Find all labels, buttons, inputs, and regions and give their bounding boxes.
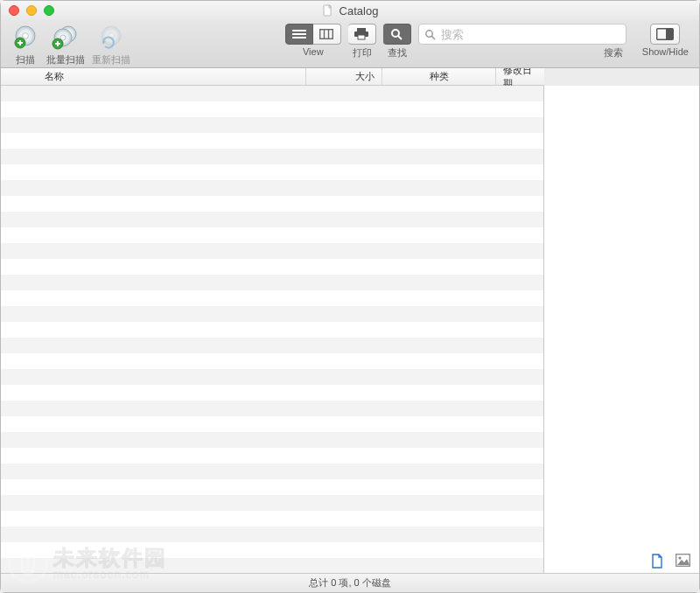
- columns-icon: [319, 29, 333, 39]
- printer-icon: [354, 28, 369, 40]
- table-row: [1, 306, 543, 322]
- view-label: View: [303, 46, 324, 57]
- rescan-label: 重新扫描: [92, 53, 130, 66]
- disc-scan-icon: [12, 24, 38, 51]
- find-button[interactable]: [383, 24, 411, 45]
- svg-rect-28: [666, 29, 673, 39]
- table-row: [1, 101, 543, 117]
- table-row: [1, 511, 543, 527]
- table-row: [1, 338, 543, 353]
- disc-batch-icon: [51, 24, 80, 51]
- table-row: [1, 196, 543, 212]
- table-row: [1, 401, 543, 416]
- table-row: [1, 369, 543, 385]
- showhide-label: Show/Hide: [642, 46, 689, 57]
- scan-label: 扫描: [16, 53, 35, 66]
- table-row: [1, 180, 543, 196]
- svg-point-25: [426, 30, 432, 36]
- list-view[interactable]: [1, 86, 544, 573]
- image-file-icon[interactable]: [676, 554, 690, 569]
- table-row: [1, 290, 543, 306]
- view-columns-button[interactable]: [313, 24, 341, 45]
- table-row: [1, 495, 543, 511]
- window-title-wrap: Catalog: [1, 4, 699, 17]
- app-window: Catalog 扫描: [0, 0, 700, 593]
- print-group: 打印: [348, 24, 376, 59]
- table-row: [1, 416, 543, 432]
- svg-rect-17: [320, 30, 333, 39]
- svg-line-26: [431, 36, 435, 39]
- print-label: 打印: [353, 46, 372, 59]
- info-panel: [544, 86, 699, 573]
- table-row: [1, 448, 543, 464]
- svg-rect-16: [292, 37, 306, 38]
- svg-rect-14: [292, 30, 306, 31]
- showhide-button[interactable]: [650, 24, 680, 45]
- sidebar-toggle-icon: [656, 28, 674, 40]
- batch-scan-label: 批量扫描: [46, 53, 85, 66]
- content-area: [1, 86, 699, 573]
- list-icon: [292, 29, 306, 39]
- table-row: [1, 275, 543, 290]
- status-text: 总计 0 项, 0 个磁盘: [309, 576, 391, 590]
- svg-rect-15: [292, 33, 306, 35]
- svg-point-23: [392, 30, 399, 37]
- table-row: [1, 117, 543, 133]
- table-row: [1, 479, 543, 495]
- svg-line-24: [398, 36, 402, 39]
- table-row: [1, 464, 543, 479]
- find-label: 查找: [388, 46, 407, 59]
- table-row: [1, 385, 543, 401]
- col-name[interactable]: 名称: [1, 68, 306, 85]
- table-row: [1, 432, 543, 448]
- svg-point-30: [678, 556, 681, 559]
- statusbar: 总计 0 项, 0 个磁盘: [1, 573, 699, 592]
- page-file-icon[interactable]: [651, 554, 663, 569]
- find-group: 查找: [383, 24, 411, 59]
- toolbar: 扫描 批量扫描: [1, 20, 699, 68]
- table-row: [1, 353, 543, 369]
- showhide-group: Show/Hide: [642, 24, 689, 57]
- view-list-button[interactable]: [285, 24, 313, 45]
- window-title: Catalog: [340, 4, 379, 17]
- table-row: [1, 558, 543, 573]
- svg-point-2: [23, 33, 29, 39]
- print-button[interactable]: [348, 24, 376, 45]
- table-row: [1, 527, 543, 542]
- svg-rect-22: [358, 35, 365, 39]
- search-label: 搜索: [604, 46, 623, 59]
- titlebar: Catalog: [1, 1, 699, 20]
- scan-button[interactable]: 扫描: [11, 24, 39, 66]
- batch-scan-button[interactable]: 批量扫描: [46, 24, 85, 66]
- table-row: [1, 259, 543, 275]
- search-icon: [424, 29, 436, 40]
- table-row: [1, 133, 543, 149]
- table-row: [1, 227, 543, 243]
- document-icon: [322, 4, 334, 17]
- table-row: [1, 149, 543, 164]
- search-input[interactable]: [441, 28, 620, 41]
- rescan-button[interactable]: 重新扫描: [92, 24, 130, 66]
- col-size[interactable]: 大小: [306, 68, 382, 85]
- table-row: [1, 212, 543, 227]
- col-kind[interactable]: 种类: [382, 68, 496, 85]
- table-row: [1, 86, 543, 101]
- table-row: [1, 164, 543, 180]
- svg-rect-20: [357, 28, 366, 31]
- svg-rect-11: [57, 41, 59, 46]
- magnifier-icon: [390, 28, 402, 40]
- table-row: [1, 322, 543, 338]
- table-row: [1, 542, 543, 558]
- table-header: 名称 大小 种类 修改日期: [1, 68, 544, 86]
- svg-rect-5: [19, 40, 21, 45]
- col-date[interactable]: 修改日期: [496, 68, 544, 85]
- search-field[interactable]: [418, 24, 626, 45]
- search-group: 搜索: [418, 24, 626, 59]
- view-group: View: [285, 24, 341, 57]
- disc-rescan-icon: [98, 24, 124, 51]
- table-row: [1, 243, 543, 259]
